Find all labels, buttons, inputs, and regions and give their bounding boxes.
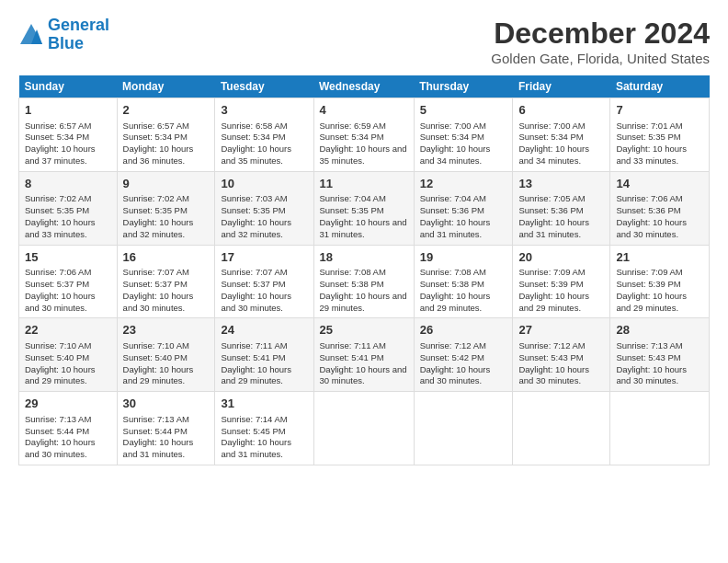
sunset-text: Sunset: 5:37 PM <box>25 279 89 289</box>
main-title: December 2024 <box>491 17 710 51</box>
day-number: 27 <box>518 322 604 339</box>
calendar-cell: 28Sunrise: 7:13 AMSunset: 5:43 PMDayligh… <box>610 318 710 392</box>
daylight-text: Daylight: 10 hours and 30 minutes. <box>616 364 687 386</box>
sunset-text: Sunset: 5:36 PM <box>616 205 680 215</box>
sunrise-text: Sunrise: 7:13 AM <box>123 414 189 424</box>
week-row-5: 29Sunrise: 7:13 AMSunset: 5:44 PMDayligh… <box>19 392 710 465</box>
day-header-monday: Monday <box>117 75 215 98</box>
calendar-cell: 22Sunrise: 7:10 AMSunset: 5:40 PMDayligh… <box>19 318 118 392</box>
day-number: 1 <box>25 102 111 119</box>
day-number: 8 <box>25 176 111 192</box>
page-container: General Blue December 2024 Golden Gate, … <box>0 0 728 475</box>
sunrise-text: Sunrise: 7:09 AM <box>616 267 682 277</box>
calendar-cell <box>610 392 710 465</box>
day-number: 16 <box>123 249 210 266</box>
sunrise-text: Sunrise: 7:01 AM <box>616 121 682 131</box>
sunset-text: Sunset: 5:34 PM <box>25 132 89 142</box>
logo: General Blue <box>18 17 109 53</box>
calendar-cell: 14Sunrise: 7:06 AMSunset: 5:36 PMDayligh… <box>610 171 710 245</box>
sunrise-text: Sunrise: 6:59 AM <box>320 121 386 131</box>
sunrise-text: Sunrise: 7:08 AM <box>420 267 486 277</box>
sunset-text: Sunset: 5:37 PM <box>221 279 285 289</box>
calendar-cell: 29Sunrise: 7:13 AMSunset: 5:44 PMDayligh… <box>19 392 118 465</box>
daylight-text: Daylight: 10 hours and 29 minutes. <box>518 291 589 313</box>
sunset-text: Sunset: 5:40 PM <box>123 352 188 362</box>
calendar-cell: 6Sunrise: 7:00 AMSunset: 5:34 PMDaylight… <box>513 98 610 172</box>
calendar-cell: 8Sunrise: 7:02 AMSunset: 5:35 PMDaylight… <box>19 171 118 245</box>
daylight-text: Daylight: 10 hours and 31 minutes. <box>221 437 291 459</box>
week-row-3: 15Sunrise: 7:06 AMSunset: 5:37 PMDayligh… <box>19 245 710 318</box>
sunrise-text: Sunrise: 6:57 AM <box>25 121 91 131</box>
sunrise-text: Sunrise: 7:11 AM <box>221 340 287 350</box>
calendar-cell <box>414 392 513 465</box>
sunset-text: Sunset: 5:40 PM <box>25 352 89 362</box>
daylight-text: Daylight: 10 hours and 30 minutes. <box>221 291 291 313</box>
sunset-text: Sunset: 5:34 PM <box>420 132 484 142</box>
day-number: 14 <box>616 176 703 192</box>
sunset-text: Sunset: 5:38 PM <box>320 279 384 289</box>
sunset-text: Sunset: 5:41 PM <box>320 352 384 362</box>
calendar-cell: 20Sunrise: 7:09 AMSunset: 5:39 PMDayligh… <box>513 245 610 318</box>
daylight-text: Daylight: 10 hours and 29 minutes. <box>420 291 491 313</box>
sunrise-text: Sunrise: 7:00 AM <box>420 121 486 131</box>
sunset-text: Sunset: 5:35 PM <box>221 205 285 215</box>
day-number: 5 <box>420 102 507 119</box>
sunrise-text: Sunrise: 7:06 AM <box>616 193 682 203</box>
daylight-text: Daylight: 10 hours and 33 minutes. <box>616 144 687 166</box>
daylight-text: Daylight: 10 hours and 37 minutes. <box>25 144 96 166</box>
sunrise-text: Sunrise: 7:04 AM <box>320 193 386 203</box>
calendar-cell: 18Sunrise: 7:08 AMSunset: 5:38 PMDayligh… <box>313 245 414 318</box>
week-row-1: 1Sunrise: 6:57 AMSunset: 5:34 PMDaylight… <box>19 98 710 172</box>
day-number: 9 <box>123 176 210 192</box>
sunrise-text: Sunrise: 7:12 AM <box>420 340 486 350</box>
calendar-cell: 24Sunrise: 7:11 AMSunset: 5:41 PMDayligh… <box>215 318 313 392</box>
sunset-text: Sunset: 5:41 PM <box>221 352 285 362</box>
sunset-text: Sunset: 5:36 PM <box>420 205 484 215</box>
sunset-text: Sunset: 5:44 PM <box>25 426 89 436</box>
calendar-cell: 17Sunrise: 7:07 AMSunset: 5:37 PMDayligh… <box>215 245 313 318</box>
sunrise-text: Sunrise: 7:02 AM <box>123 193 189 203</box>
daylight-text: Daylight: 10 hours and 30 minutes. <box>123 291 194 313</box>
calendar-cell: 5Sunrise: 7:00 AMSunset: 5:34 PMDaylight… <box>414 98 513 172</box>
sunrise-text: Sunrise: 7:11 AM <box>320 340 386 350</box>
daylight-text: Daylight: 10 hours and 30 minutes. <box>25 291 96 313</box>
calendar-cell: 26Sunrise: 7:12 AMSunset: 5:42 PMDayligh… <box>414 318 513 392</box>
calendar-cell: 4Sunrise: 6:59 AMSunset: 5:34 PMDaylight… <box>313 98 414 172</box>
sunset-text: Sunset: 5:44 PM <box>123 426 188 436</box>
sunset-text: Sunset: 5:35 PM <box>123 205 188 215</box>
day-header-sunday: Sunday <box>19 75 118 98</box>
day-number: 3 <box>221 102 307 119</box>
calendar-cell: 1Sunrise: 6:57 AMSunset: 5:34 PMDaylight… <box>19 98 118 172</box>
calendar-cell: 30Sunrise: 7:13 AMSunset: 5:44 PMDayligh… <box>117 392 215 465</box>
daylight-text: Daylight: 10 hours and 31 minutes. <box>420 217 491 239</box>
calendar-cell: 3Sunrise: 6:58 AMSunset: 5:34 PMDaylight… <box>215 98 313 172</box>
calendar-cell: 19Sunrise: 7:08 AMSunset: 5:38 PMDayligh… <box>414 245 513 318</box>
daylight-text: Daylight: 10 hours and 31 minutes. <box>518 217 589 239</box>
sunset-text: Sunset: 5:35 PM <box>25 205 89 215</box>
sunrise-text: Sunrise: 7:14 AM <box>221 414 287 424</box>
day-number: 20 <box>518 249 604 266</box>
day-number: 10 <box>221 176 307 192</box>
sunrise-text: Sunrise: 6:57 AM <box>123 121 189 131</box>
calendar-cell <box>513 392 610 465</box>
daylight-text: Daylight: 10 hours and 32 minutes. <box>221 217 291 239</box>
day-number: 12 <box>420 176 507 192</box>
day-number: 19 <box>420 249 507 266</box>
calendar-cell: 12Sunrise: 7:04 AMSunset: 5:36 PMDayligh… <box>414 171 513 245</box>
sunrise-text: Sunrise: 7:02 AM <box>25 193 91 203</box>
calendar-cell: 23Sunrise: 7:10 AMSunset: 5:40 PMDayligh… <box>117 318 215 392</box>
day-number: 15 <box>25 249 111 266</box>
day-header-thursday: Thursday <box>414 75 513 98</box>
week-row-4: 22Sunrise: 7:10 AMSunset: 5:40 PMDayligh… <box>19 318 710 392</box>
daylight-text: Daylight: 10 hours and 33 minutes. <box>25 217 96 239</box>
sunrise-text: Sunrise: 6:58 AM <box>221 121 287 131</box>
daylight-text: Daylight: 10 hours and 29 minutes. <box>320 291 407 313</box>
day-header-tuesday: Tuesday <box>215 75 313 98</box>
sunset-text: Sunset: 5:35 PM <box>320 205 384 215</box>
sunset-text: Sunset: 5:38 PM <box>420 279 484 289</box>
day-number: 2 <box>123 102 210 119</box>
daylight-text: Daylight: 10 hours and 29 minutes. <box>616 291 687 313</box>
sunrise-text: Sunrise: 7:07 AM <box>123 267 189 277</box>
day-number: 28 <box>616 322 703 339</box>
calendar-cell: 2Sunrise: 6:57 AMSunset: 5:34 PMDaylight… <box>117 98 215 172</box>
